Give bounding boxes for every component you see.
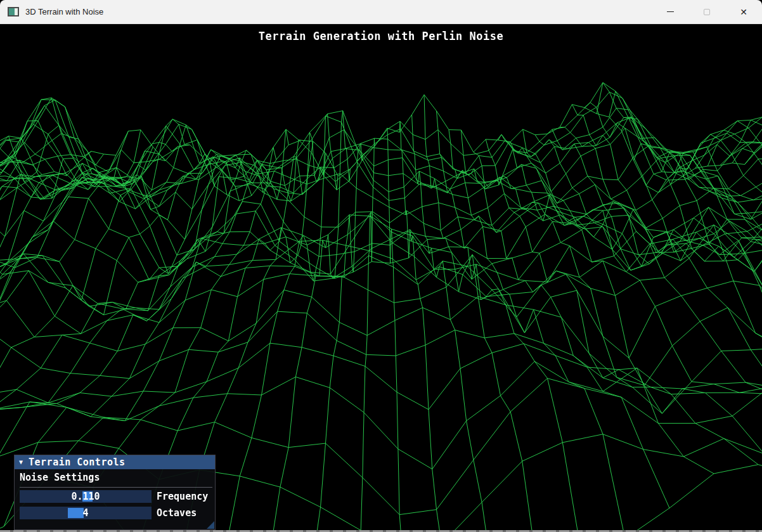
caption-buttons: ✕ <box>652 0 762 23</box>
octaves-slider[interactable]: 4 <box>20 507 152 519</box>
octaves-label: Octaves <box>157 507 197 519</box>
maximize-icon <box>704 9 710 15</box>
window-titlebar: 3D Terrain with Noise ✕ <box>0 0 762 24</box>
octaves-value: 4 <box>20 507 152 519</box>
viewport-title: Terrain Generation with Perlin Noise <box>0 30 762 42</box>
app-icon <box>8 7 19 16</box>
panel-title: Terrain Controls <box>29 457 126 468</box>
resize-grip[interactable] <box>207 521 214 529</box>
close-icon: ✕ <box>740 8 747 16</box>
noise-settings-label: Noise Settings <box>20 472 100 483</box>
close-button[interactable]: ✕ <box>725 0 762 23</box>
minimize-button[interactable] <box>652 0 688 23</box>
maximize-button[interactable] <box>688 0 725 23</box>
panel-body: Noise Settings 0.110 Frequency 4 Octaves <box>15 469 215 529</box>
separator <box>20 487 212 488</box>
terrain-controls-panel: ▼ Terrain Controls Noise Settings 0.110 … <box>14 455 216 530</box>
render-viewport: Terrain Generation with Perlin Noise ▼ T… <box>0 24 762 532</box>
collapse-arrow-icon[interactable]: ▼ <box>19 459 23 465</box>
window-title: 3D Terrain with Noise <box>25 7 103 16</box>
frequency-slider[interactable]: 0.110 <box>20 490 152 503</box>
frequency-label: Frequency <box>157 490 208 503</box>
app-window: 3D Terrain with Noise ✕ Terrain Generati… <box>0 0 762 532</box>
minimize-icon <box>667 11 674 13</box>
panel-titlebar[interactable]: ▼ Terrain Controls <box>15 455 215 469</box>
frequency-value: 0.110 <box>20 490 152 503</box>
